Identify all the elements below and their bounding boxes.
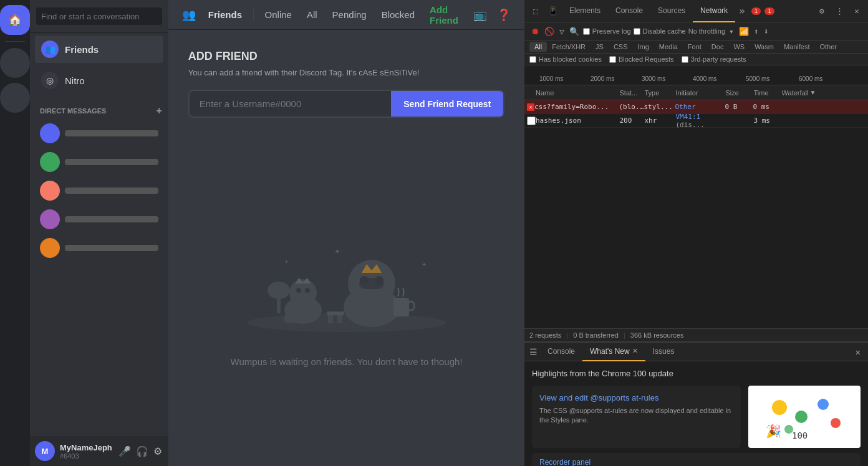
th-time[interactable]: Time [754,89,782,97]
th-status[interactable]: Stat... [620,89,645,97]
row1-size: 0 B [725,103,753,111]
blocked-requests-label[interactable]: Blocked Requests [609,55,674,63]
bt-tab-whats-new[interactable]: What's New ✕ [582,343,645,361]
row1-name: css?family=Robo... [534,103,619,111]
top-nav: 👥 Friends Online All Pending Blocked Add… [168,0,525,30]
inspect-icon[interactable]: ⬚ [527,2,544,20]
type-font[interactable]: Font [683,42,706,52]
dm-item-3[interactable] [35,177,163,204]
whats-new-link[interactable]: View and edit @supports at-rules [539,393,733,402]
preserve-log-checkbox[interactable]: Preserve log [583,27,631,35]
dm-item-4[interactable] [35,206,163,233]
dt-tab-console[interactable]: Console [608,0,650,22]
th-name[interactable]: Name [536,89,620,97]
bt-tab-console[interactable]: Console [540,343,582,361]
badge-2: 1 [764,7,774,15]
friends-nav-item[interactable]: 👥 Friends [35,36,163,63]
dt-tab-elements[interactable]: Elements [562,0,608,22]
devtools-settings-icon[interactable]: ⚙ [813,2,831,20]
has-blocked-cookies-input[interactable] [529,56,536,63]
wumpus-illustration: ✦ ✦ ✦ [234,217,459,341]
status-transferred: 0 B transferred [573,331,619,339]
search-icon[interactable]: 🔍 [568,26,581,37]
type-media[interactable]: Media [654,42,683,52]
server-icon-2[interactable] [0,83,30,113]
user-tag: #6403 [60,452,112,460]
blocked-requests-input[interactable] [609,56,616,63]
third-party-requests-input[interactable] [682,56,688,63]
type-doc[interactable]: Doc [706,42,729,52]
type-all[interactable]: All [529,42,547,52]
timeline-label-4: 4000 ms [693,75,716,82]
dm-name-2 [65,159,158,165]
bt-tab-issues[interactable]: Issues [645,343,682,361]
th-waterfall[interactable]: Waterfall ▼ [782,89,866,97]
nitro-nav-item[interactable]: ◎ Nitro [35,67,163,94]
user-info: MyNameJeph #6403 [60,443,112,460]
devtools-more-icon[interactable]: ⋮ [831,2,848,20]
search-bar[interactable]: Find or start a conversation [30,0,168,33]
bottom-menu-icon[interactable]: ☰ [527,345,540,359]
type-wasm[interactable]: Wasm [750,42,779,52]
type-js[interactable]: JS [591,42,609,52]
activity-icon[interactable]: 📺 [470,6,491,24]
username-input[interactable] [190,91,391,117]
type-ws[interactable]: WS [728,42,750,52]
disable-cache-input[interactable] [634,28,640,35]
row2-checkbox[interactable] [527,117,536,125]
nav-tab-pending[interactable]: Pending [326,7,373,22]
send-friend-request-button[interactable]: Send Friend Request [391,91,503,117]
th-size[interactable]: Size [726,89,754,97]
mute-icon[interactable]: 🎤 [117,444,132,459]
dm-item-2[interactable] [35,148,163,176]
th-initiator[interactable]: Initiator [676,89,726,97]
nav-tab-all[interactable]: All [301,7,324,22]
add-dm-button[interactable]: + [156,105,162,117]
dm-item-5[interactable] [35,234,163,262]
device-icon[interactable]: 📱 [544,2,562,20]
settings-icon[interactable]: ⚙ [152,444,163,459]
type-css[interactable]: CSS [609,42,633,52]
wifi-icon[interactable]: 📶 [738,26,750,37]
has-blocked-cookies-label[interactable]: Has blocked cookies [529,55,602,63]
home-server-icon[interactable]: 🏠 [0,5,30,35]
row2-status: 200 [620,117,645,125]
type-manifest[interactable]: Manifest [779,42,815,52]
row2-time: 3 ms [754,117,782,125]
sort-arrow: ▼ [810,89,816,96]
deafen-icon[interactable]: 🎧 [135,444,150,459]
bottom-panel-close[interactable]: ✕ [851,345,866,359]
clear-icon[interactable]: 🚫 [543,26,556,37]
nav-tab-add-friend[interactable]: Add Friend [423,2,465,28]
dt-tab-more[interactable]: » [735,5,749,17]
dt-tab-sources[interactable]: Sources [650,0,693,22]
nav-tab-blocked[interactable]: Blocked [375,7,421,22]
dm-item-1[interactable] [35,120,163,147]
third-party-requests-label[interactable]: 3rd-party requests [682,55,746,63]
import-icon[interactable]: ⬆ [753,26,760,37]
recorder-panel-button[interactable]: Recorder panel [532,453,861,466]
whats-new-close[interactable]: ✕ [632,347,638,355]
devtools-close-icon[interactable]: ✕ [848,2,866,20]
throttling-dropdown-icon[interactable]: ▾ [728,26,735,37]
type-img[interactable]: Img [633,42,654,52]
record-icon[interactable]: ⏺ [529,25,541,37]
row1-time: 0 ms [753,103,781,111]
type-other[interactable]: Other [814,42,842,52]
search-input[interactable]: Find or start a conversation [36,7,162,25]
nav-tab-online[interactable]: Online [259,7,298,22]
nav-divider-1 [253,9,254,21]
th-type[interactable]: Type [645,89,676,97]
server-icon-1[interactable] [0,48,30,78]
network-timeline: 1000 ms 2000 ms 3000 ms 4000 ms 5000 ms … [524,65,868,85]
network-row-2[interactable]: hashes.json 200 xhr VM41:1 (dis... 3 ms [524,114,868,128]
disable-cache-checkbox[interactable]: Disable cache [634,27,686,35]
export-icon[interactable]: ⬇ [763,26,770,37]
dt-tab-network[interactable]: Network [693,0,735,22]
type-fetch-xhr[interactable]: Fetch/XHR [547,42,591,52]
nav-tab-friends[interactable]: Friends [202,7,248,22]
row2-initiator-primary: VM41:1 [676,113,726,121]
filter-icon[interactable]: ▽ [558,26,566,37]
help-icon[interactable]: ❓ [493,6,514,24]
preserve-log-input[interactable] [583,28,590,35]
